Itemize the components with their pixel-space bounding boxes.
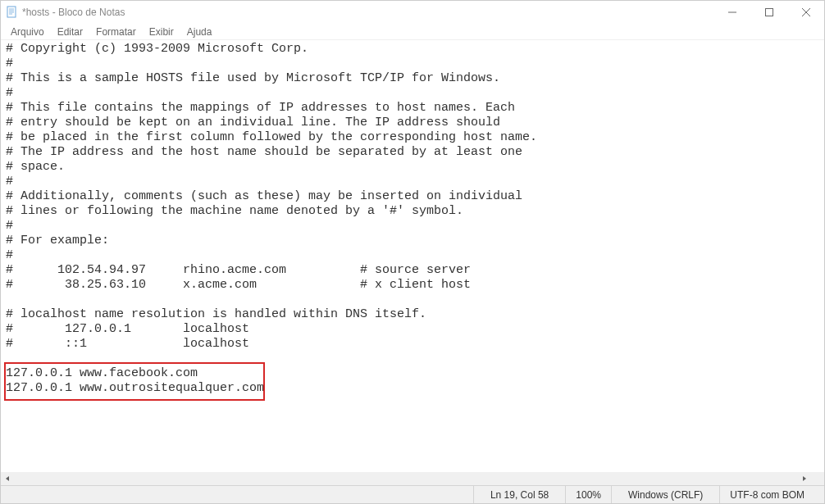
window-title: *hosts - Bloco de Notas — [22, 7, 125, 18]
titlebar: *hosts - Bloco de Notas — [1, 1, 824, 24]
minimize-button[interactable] — [713, 1, 750, 24]
svg-rect-0 — [7, 7, 16, 17]
notepad-icon — [6, 6, 19, 19]
window-controls — [713, 1, 824, 24]
menu-view[interactable]: Exibir — [143, 25, 180, 39]
scrollbar-corner — [811, 472, 824, 485]
svg-rect-6 — [765, 9, 773, 16]
text-editor[interactable]: # Copyright (c) 1993-2009 Microsoft Corp… — [1, 40, 824, 472]
menu-file[interactable]: Arquivo — [4, 25, 51, 39]
status-spacer — [1, 486, 474, 503]
svg-marker-9 — [6, 476, 9, 481]
menu-help[interactable]: Ajuda — [180, 25, 219, 39]
scroll-left-icon[interactable] — [1, 472, 14, 485]
statusbar: Ln 19, Col 58 100% Windows (CRLF) UTF-8 … — [1, 485, 824, 503]
svg-marker-10 — [803, 476, 806, 481]
close-button[interactable] — [787, 1, 824, 24]
status-encoding: UTF-8 com BOM — [720, 486, 824, 503]
status-line-ending: Windows (CRLF) — [612, 486, 720, 503]
menu-format[interactable]: Formatar — [89, 25, 143, 39]
menubar: Arquivo Editar Formatar Exibir Ajuda — [1, 24, 824, 40]
horizontal-scrollbar[interactable] — [1, 472, 811, 485]
status-zoom: 100% — [566, 486, 612, 503]
scroll-track[interactable] — [14, 472, 798, 485]
status-position: Ln 19, Col 58 — [474, 486, 566, 503]
editor-area: # Copyright (c) 1993-2009 Microsoft Corp… — [1, 40, 824, 485]
maximize-button[interactable] — [750, 1, 787, 24]
scroll-right-icon[interactable] — [798, 472, 811, 485]
menu-edit[interactable]: Editar — [51, 25, 89, 39]
